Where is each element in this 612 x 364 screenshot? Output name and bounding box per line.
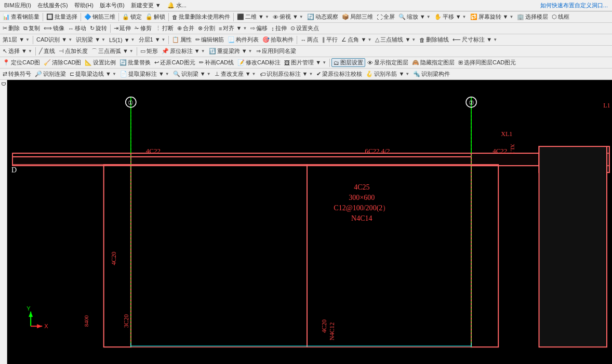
svg-text:300×600: 300×600 [349,193,375,201]
btn-rect[interactable]: ▭ 矩形 [139,47,159,55]
btn-rotate[interactable]: 🔁 屏幕旋转 ▼ ▼ [469,13,515,21]
svg-text:XL1: XL1 [501,130,512,138]
btn-modify-cad-ann[interactable]: 📝 修改CAD标注 [236,59,282,66]
btn-arc[interactable]: ⌒ 三点画弧 ▼ ▼ [90,47,135,55]
svg-text:Y: Y [26,305,31,312]
select-cad[interactable]: CAD识别 ▼ ▼ [35,36,74,44]
btn-extract-ann[interactable]: 📄 提取梁标注 ▼ ▼ [118,70,171,78]
btn-line[interactable]: ╱ 直线 [37,47,57,55]
btn-draw-cad[interactable]: ✏ 补画CAD线 [197,59,235,66]
btn-dim[interactable]: ⟵ 尺寸标注 ▼ ▼ [451,36,499,44]
sep3 [118,13,119,21]
btn-wireframe[interactable]: ⬡ 线框 [550,13,571,21]
btn-del-aux[interactable]: 🗑 删除辅线 [418,36,450,44]
select-l5[interactable]: L5(1) ▼ ▼ [108,37,137,43]
btn-re-span[interactable]: 🔃 重提梁跨 ▼ ▼ [207,47,254,55]
btn-property[interactable]: 📋 属性 [170,36,193,44]
btn-unlock[interactable]: 🔓 解锁 [144,13,167,21]
sep2 [81,13,81,21]
btn-trim[interactable]: ✁ 修剪 [133,24,153,32]
btn-setpoint[interactable]: ⊙ 设置夹点 [289,24,321,32]
btn-two-point[interactable]: ↔ 两点 [299,36,320,44]
btn-align[interactable]: ≡ 对齐 ▼ ▼ [217,24,248,32]
btn-copy[interactable]: ⧉ 复制 [22,24,42,32]
btn-select[interactable]: ↖ 选择 ▼ ▼ [1,47,34,55]
btn-parallel[interactable]: ∥ 平行 [321,36,339,44]
btn-pick[interactable]: 🎯 拾取构件 [261,36,295,44]
btn-clear-cad[interactable]: 🧹 清除CAD图 [42,59,83,66]
btn-beam-ann-check[interactable]: ✔ 梁原位标注校核 [315,70,364,78]
content-area: D [0,80,612,364]
sep9 [297,36,297,44]
btn-zoom[interactable]: 🔍 缩放 ▼ ▼ [397,13,432,21]
menu-online[interactable]: 在线服务(S) [35,1,70,10]
btn-local3d[interactable]: 📦 局部三维 [340,13,375,21]
btn-offset[interactable]: ⇨ 偏移 [249,24,269,32]
toolbar-row4: ↖ 选择 ▼ ▼ ╱ 直线 ⊣ 点加长度 ⌒ 三点画弧 ▼ ▼ ▭ 矩形 [0,46,612,57]
btn-id-beam-comp[interactable]: 🔩 识别梁构件 [411,70,451,78]
btn-lock[interactable]: 🔒 锁定 [121,13,143,21]
btn-check-support[interactable]: ⊥ 查改支座 ▼ ▼ [213,70,258,78]
drawing-view[interactable]: ① ② 4C22 6C22 4/2 4C22 XL1 XL1 L1 4C25 3 [7,80,612,364]
btn-extract-edge[interactable]: ⊏ 提取梁边线 ▼ ▼ [68,70,118,78]
btn-component-list[interactable]: 📃 构件列表 [226,36,260,44]
btn-view-rebar[interactable]: 📊 查看钢筋量 [1,13,41,21]
sep1 [43,13,43,21]
svg-text:②: ② [469,99,474,106]
btn-show-layer[interactable]: 👁 显示指定图层 [366,59,410,66]
btn-layer-settings[interactable]: 🗂 图层设置 [331,58,365,67]
btn-rotate2[interactable]: ↻ 旋转 [88,24,109,32]
d-marker: D [1,82,6,86]
btn-apply-same[interactable]: ⇒ 应用到同名梁 [255,47,298,55]
btn-split[interactable]: ⊗ 分割 [196,24,217,32]
menu-newchange[interactable]: 新建变更 ▼ [129,1,163,10]
btn-recognize-beam[interactable]: 🔎 识别连梁 [33,70,68,78]
btn-stretch[interactable]: ↕ 拉伸 [270,24,288,32]
btn-point-angle[interactable]: ∠ 点角 ▼ ▼ [340,36,373,44]
btn-view[interactable]: 👁 俯视 ▼ ▼ [271,13,305,21]
svg-text:4C20: 4C20 [110,252,117,265]
btn-three-point[interactable]: △ 三点辅线 ▼ ▼ [374,36,417,44]
select-floor[interactable]: 第1层 ▼ ▼ [1,36,31,44]
btn-id-beam[interactable]: 🔍 识别梁 ▼ ▼ [171,70,212,78]
btn-hide-layer[interactable]: 🙈 隐藏指定图层 [410,59,456,66]
btn-original-ann[interactable]: 📌 原位标注 ▼ ▼ [160,47,207,55]
menu-bim[interactable]: BIM应用(I) [2,1,33,10]
btn-delete[interactable]: ✂ 删除 [1,24,21,32]
help-link[interactable]: 如何快速布置自定义洞口... [538,1,610,10]
svg-text:N4C12: N4C12 [328,322,336,341]
btn-same-layer[interactable]: ⊞ 选择同图层CAD图元 [457,59,517,66]
btn-mirror[interactable]: ⟺ 镜像 [42,24,66,32]
btn-image-mgr[interactable]: 🖼 图片管理 ▼ ▼ [283,59,328,66]
btn-convert-symbol[interactable]: ⇄ 转换符号 [1,70,33,78]
svg-text:4C20: 4C20 [321,319,328,333]
btn-point-length[interactable]: ⊣ 点加长度 [57,47,89,55]
btn-edit-rebar[interactable]: ✏ 编辑钢筋 [194,36,225,44]
btn-dynamic[interactable]: 🔄 动态观察 [305,13,340,21]
select-beam[interactable]: 识别梁 ▼ ▼ [74,36,107,44]
menu-help[interactable]: 帮助(H) [72,1,96,10]
select-layer[interactable]: 分层1 ▼ ▼ [137,36,167,44]
btn-select-floor[interactable]: 🏢 选择楼层 [515,13,550,21]
btn-pan[interactable]: ✋ 平移 ▼ ▼ [433,13,468,21]
menu-version[interactable]: 版本号(B) [98,1,127,10]
btn-merge[interactable]: ⊕ 合并 [176,24,196,32]
btn-fullscreen[interactable]: ⛶ 全屏 [375,13,396,21]
btn-id-original-ann[interactable]: 🏷 识别原位标注 ▼ ▼ [258,70,315,78]
btn-2d[interactable]: ⬛ 二维 ▼ ▼ [235,13,271,21]
btn-set-scale[interactable]: 📐 设置比例 [83,59,117,66]
btn-batch-delete[interactable]: 🗑 批量删除未使用构件 [170,13,232,21]
btn-batch-replace[interactable]: 🔄 批量替换 [118,59,152,66]
btn-extend[interactable]: ⇥ 延伸 [112,24,132,32]
btn-locate-cad[interactable]: 📍 定位CAD图 [1,59,42,66]
btn-rebar3d[interactable]: 🔷 钢筋三维 [83,13,117,21]
btn-id-hanger[interactable]: 🪝 识别吊筋 ▼ ▼ [364,70,411,78]
app-container: BIM应用(I) 在线服务(S) 帮助(H) 版本号(B) 新建变更 ▼ 🔔 水… [0,0,612,364]
btn-batch-select[interactable]: 🔲 批量选择 [45,13,79,21]
toolbar-row1: 📊 查看钢筋量 🔲 批量选择 🔷 钢筋三维 🔒 锁定 🔓 解锁 [0,11,612,23]
btn-restore-cad[interactable]: ↩ 还原CAD图元 [153,59,196,66]
menu-notify[interactable]: 🔔 水... [165,1,189,10]
btn-break[interactable]: ⋮ 打断 [154,24,175,32]
sep10 [35,47,36,56]
btn-move[interactable]: ↔ 移动 [66,24,88,32]
